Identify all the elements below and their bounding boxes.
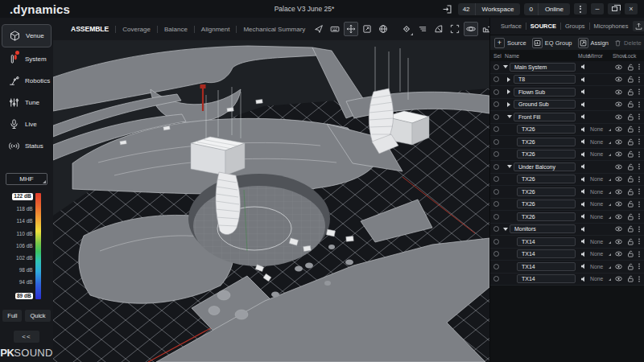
row-menu-button[interactable] — [636, 237, 642, 245]
show-toggle[interactable] — [613, 138, 625, 146]
mirror-select[interactable]: None — [588, 251, 613, 257]
select-radio[interactable] — [493, 126, 503, 132]
row-menu-button[interactable] — [636, 113, 642, 121]
lock-toggle[interactable] — [625, 150, 636, 158]
lock-toggle[interactable] — [625, 163, 636, 171]
mute-button[interactable] — [578, 201, 588, 208]
select-radio[interactable] — [493, 139, 503, 145]
panel-tab[interactable]: SOURCE — [526, 23, 560, 30]
select-radio[interactable] — [493, 214, 503, 220]
row-menu-button[interactable] — [636, 76, 642, 84]
source-name-field[interactable]: Main System — [510, 63, 576, 72]
mirror-select[interactable]: None — [588, 201, 613, 207]
mute-button[interactable] — [578, 163, 588, 170]
mirror-select[interactable]: None — [588, 151, 613, 157]
sidebar-item-venue[interactable]: Venue — [2, 24, 52, 47]
source-name-field[interactable]: Monitors — [510, 224, 576, 233]
protractor-button[interactable] — [431, 22, 446, 36]
mute-button[interactable] — [578, 76, 588, 83]
source-name-field[interactable]: TX14 — [517, 237, 576, 246]
source-name-field[interactable]: TX14 — [517, 249, 576, 258]
show-toggle[interactable] — [613, 64, 625, 71]
globe-view-button[interactable] — [376, 22, 390, 36]
sidebar-item-system[interactable]: System — [2, 48, 52, 69]
mirror-select[interactable]: None — [588, 239, 613, 245]
prism-view-button[interactable] — [399, 22, 414, 36]
mirror-select[interactable]: None — [588, 176, 613, 182]
mute-button[interactable] — [578, 263, 588, 269]
mute-button[interactable] — [578, 101, 588, 108]
expand-caret[interactable] — [503, 228, 510, 231]
expand-caret[interactable] — [507, 77, 514, 82]
show-toggle[interactable] — [613, 113, 625, 121]
source-name-field[interactable]: Front Fill — [514, 113, 576, 121]
select-radio[interactable] — [493, 276, 503, 282]
mute-button[interactable] — [578, 213, 588, 220]
source-name-field[interactable]: TX26 — [517, 150, 576, 158]
select-radio[interactable] — [493, 201, 503, 207]
mirror-select[interactable]: None — [588, 189, 613, 195]
select-radio[interactable] — [493, 114, 503, 120]
spl-gradient-bar[interactable] — [35, 193, 41, 299]
show-toggle[interactable] — [613, 88, 625, 96]
lock-toggle[interactable] — [625, 225, 636, 232]
show-toggle[interactable] — [613, 101, 625, 108]
mirror-select[interactable]: None — [588, 214, 613, 220]
mode-tab[interactable]: Coverage — [115, 26, 157, 33]
eq-group-button[interactable] — [532, 38, 543, 48]
mute-button[interactable] — [578, 151, 588, 158]
mute-button[interactable] — [578, 88, 588, 95]
mute-button[interactable] — [578, 188, 588, 195]
row-menu-button[interactable] — [636, 175, 642, 183]
lock-toggle[interactable] — [625, 250, 636, 257]
mute-button[interactable] — [578, 64, 588, 70]
source-name-field[interactable]: TX26 — [517, 175, 576, 183]
mute-button[interactable] — [578, 126, 588, 133]
lock-toggle[interactable] — [625, 200, 636, 208]
export-view-button[interactable] — [360, 22, 374, 36]
mirror-select[interactable]: None — [588, 139, 613, 145]
select-radio[interactable] — [493, 176, 503, 182]
row-menu-button[interactable] — [636, 275, 642, 283]
lock-toggle[interactable] — [625, 113, 636, 121]
show-toggle[interactable] — [613, 188, 625, 195]
navigate-tool-button[interactable] — [312, 22, 326, 36]
delete-button[interactable]: Delete — [614, 39, 642, 47]
select-radio[interactable] — [493, 164, 503, 170]
full-button[interactable]: Full — [2, 310, 22, 322]
select-radio[interactable] — [493, 226, 503, 232]
expand-caret[interactable] — [507, 165, 514, 168]
row-menu-button[interactable] — [636, 88, 642, 96]
expand-caret[interactable] — [507, 102, 514, 107]
quick-button[interactable]: Quick — [25, 310, 50, 322]
pan-tool-button[interactable] — [344, 22, 358, 36]
source-name-field[interactable]: TX26 — [517, 200, 576, 208]
row-menu-button[interactable] — [636, 101, 642, 109]
lock-toggle[interactable] — [625, 64, 636, 71]
mirror-select[interactable]: None — [588, 276, 613, 282]
sidebar-collapse-button[interactable]: << — [14, 331, 39, 343]
minimize-button[interactable]: – — [591, 3, 604, 14]
lock-toggle[interactable] — [625, 125, 636, 133]
lock-toggle[interactable] — [625, 175, 636, 183]
expand-caret[interactable] — [503, 65, 510, 68]
mode-tab[interactable]: Mechanical Summary — [236, 26, 312, 33]
mute-button[interactable] — [578, 251, 588, 257]
mute-button[interactable] — [578, 238, 588, 245]
expand-caret[interactable] — [507, 89, 514, 94]
lock-toggle[interactable] — [625, 188, 636, 195]
source-name-field[interactable]: Flown Sub — [514, 88, 576, 97]
row-menu-button[interactable] — [636, 187, 642, 195]
source-name-field[interactable]: TX26 — [517, 125, 576, 134]
select-radio[interactable] — [493, 239, 503, 245]
row-menu-button[interactable] — [636, 262, 642, 270]
select-radio[interactable] — [493, 89, 503, 95]
assign-button[interactable] — [578, 38, 588, 48]
mute-button[interactable] — [578, 226, 588, 232]
session-exit-icon[interactable] — [441, 3, 454, 15]
sidebar-item-status[interactable]: Status — [2, 135, 52, 156]
mode-tab[interactable]: Balance — [157, 26, 194, 33]
mute-button[interactable] — [578, 276, 588, 282]
flow-lines-button[interactable] — [415, 22, 430, 36]
mute-button[interactable] — [578, 176, 588, 183]
